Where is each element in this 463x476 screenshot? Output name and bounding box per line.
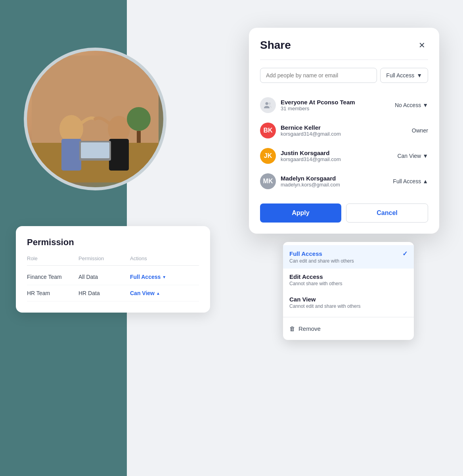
svg-rect-7 (81, 142, 109, 158)
action-hr: Can View ▲ (130, 290, 199, 296)
person-name: Justin Korsgaard (281, 150, 392, 156)
person-info: Justin Korsgaard korsgaard314@gmail.com (281, 150, 392, 162)
no-access-btn[interactable]: No Access ▼ (395, 102, 428, 108)
svg-rect-9 (137, 131, 141, 143)
person-info: Everyone At Pconso Team 31 members (281, 99, 390, 111)
svg-point-10 (266, 102, 268, 105)
avatar: JK (260, 148, 276, 164)
table-row: Finance Team All Data Full Access ▼ (27, 269, 199, 285)
share-dialog: Share ✕ Full Access ▼ Everyone At Pconso… (249, 28, 439, 234)
chevron-down-icon: ▼ (417, 72, 422, 79)
person-name: Everyone At Pconso Team (281, 99, 390, 106)
header-permission: Permission (78, 255, 130, 261)
header-role: Role (27, 255, 78, 261)
access-level-dropdown[interactable]: Full Access ▼ (380, 68, 428, 83)
owner-role: Owner (412, 127, 428, 134)
full-access-btn[interactable]: Full Access ▼ (130, 274, 166, 280)
permission-hrdata: HR Data (78, 290, 130, 296)
header-actions: Actions (130, 255, 199, 261)
person-sub: 31 members (281, 106, 390, 111)
close-button[interactable]: ✕ (415, 39, 428, 52)
person-name: Bernice Keller (281, 124, 407, 131)
share-divider (260, 60, 428, 60)
dialog-buttons: Apply Cancel (260, 203, 428, 223)
access-level-label: Full Access (386, 72, 414, 79)
svg-point-2 (59, 115, 83, 143)
share-full-access-sub: Can edit and share with others (289, 258, 408, 264)
permission-table-header: Role Permission Actions (27, 255, 199, 266)
avatar (260, 97, 276, 113)
share-title: Share (260, 39, 291, 52)
share-header: Share ✕ (260, 39, 428, 52)
permission-alldata: All Data (78, 274, 130, 280)
share-remove-option[interactable]: 🗑 Remove (283, 321, 414, 337)
can-view-role-btn[interactable]: Can View ▼ (397, 153, 428, 159)
share-remove-label: Remove (298, 325, 321, 332)
svg-rect-3 (61, 139, 81, 171)
action-finance: Full Access ▼ (130, 274, 199, 280)
share-edit-access-sub: Cannot share with others (289, 281, 408, 286)
add-people-row: Full Access ▼ (260, 68, 428, 83)
list-item: JK Justin Korsgaard korsgaard314@gmail.c… (260, 143, 428, 169)
person-info: Bernice Keller korsgaard314@gmail.com (281, 124, 407, 137)
person-info: Madelyn Korsgaard madelyn.kors@gmail.com (281, 175, 388, 188)
role-finance: Finance Team (27, 274, 78, 280)
permission-title: Permission (27, 237, 199, 248)
share-dropdown-full-access[interactable]: Full Access ✓ Can edit and share with ot… (283, 245, 414, 269)
share-can-view-sub: Cannot edit and share with others (289, 303, 408, 309)
table-row: HR Team HR Data Can View ▲ (27, 285, 199, 301)
share-edit-access-label: Edit Access (289, 273, 323, 280)
svg-point-11 (268, 102, 271, 105)
person-email: korsgaard314@gmail.com (281, 156, 392, 162)
share-dropdown-can-view[interactable]: Can View Cannot edit and share with othe… (283, 291, 414, 314)
apply-button[interactable]: Apply (260, 203, 341, 223)
people-list: Everyone At Pconso Team 31 members No Ac… (260, 92, 428, 194)
role-hr: HR Team (27, 290, 78, 296)
person-name: Madelyn Korsgaard (281, 175, 388, 182)
selected-check-icon: ✓ (402, 250, 408, 257)
share-trash-icon: 🗑 (289, 325, 295, 332)
list-item: MK Madelyn Korsgaard madelyn.kors@gmail.… (260, 169, 428, 194)
can-view-btn[interactable]: Can View ▲ (130, 290, 160, 296)
full-access-role-btn[interactable]: Full Access ▲ (393, 178, 428, 184)
person-email: korsgaard314@gmail.com (281, 131, 407, 137)
share-dropdown-edit-access[interactable]: Edit Access Cannot share with others (283, 269, 414, 291)
photo-illustration (27, 51, 163, 187)
avatar: BK (260, 123, 276, 138)
avatar: MK (260, 173, 276, 189)
share-access-dropdown: Full Access ✓ Can edit and share with ot… (283, 242, 414, 340)
add-people-input[interactable] (260, 68, 377, 83)
share-can-view-label: Can View (289, 296, 316, 303)
permission-panel: Permission Role Permission Actions Finan… (16, 226, 210, 313)
list-item: BK Bernice Keller korsgaard314@gmail.com… (260, 118, 428, 143)
share-full-access-label: Full Access (289, 250, 322, 257)
cancel-button[interactable]: Cancel (346, 203, 428, 223)
list-item: Everyone At Pconso Team 31 members No Ac… (260, 92, 428, 118)
hero-photo (24, 48, 166, 190)
share-dropdown-divider (283, 317, 414, 317)
svg-rect-5 (109, 139, 129, 171)
person-email: madelyn.kors@gmail.com (281, 182, 388, 188)
svg-point-8 (127, 107, 151, 131)
svg-point-4 (108, 116, 130, 142)
